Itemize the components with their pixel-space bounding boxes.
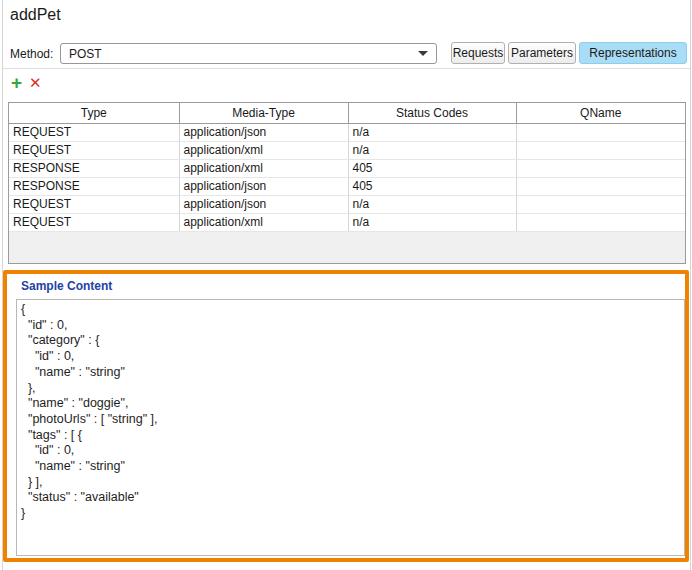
cell-media-type: application/json: [179, 177, 348, 195]
view-tabs: Requests Parameters Representations: [451, 42, 687, 64]
cell-type: RESPONSE: [9, 177, 179, 195]
sample-content-editor[interactable]: { "id" : 0, "category" : { "id" : 0, "na…: [16, 299, 685, 556]
page-title: addPet: [10, 6, 61, 24]
cell-media-type: application/xml: [179, 141, 348, 159]
tab-requests[interactable]: Requests: [451, 42, 505, 64]
tab-parameters[interactable]: Parameters: [508, 42, 576, 64]
cell-qname: [516, 213, 685, 231]
cell-qname: [516, 123, 685, 141]
cell-status-codes: n/a: [348, 123, 516, 141]
sample-content-json: { "id" : 0, "category" : { "id" : 0, "na…: [17, 300, 684, 524]
header-separator: [2, 68, 690, 69]
cell-type: REQUEST: [9, 213, 179, 231]
cell-type: REQUEST: [9, 141, 179, 159]
cell-type: REQUEST: [9, 123, 179, 141]
method-dropdown-value: POST: [61, 47, 418, 61]
cell-qname: [516, 141, 685, 159]
cell-qname: [516, 177, 685, 195]
cell-status-codes: n/a: [348, 213, 516, 231]
table-row[interactable]: REQUEST application/xml n/a: [9, 213, 685, 231]
representations-table: Type Media-Type Status Codes QName REQUE…: [8, 102, 686, 264]
cell-type: RESPONSE: [9, 159, 179, 177]
table-row[interactable]: RESPONSE application/xml 405: [9, 159, 685, 177]
cell-media-type: application/json: [179, 195, 348, 213]
table-header-row: Type Media-Type Status Codes QName: [9, 103, 685, 123]
cell-status-codes: 405: [348, 159, 516, 177]
method-label: Method:: [10, 47, 53, 61]
column-header-status-codes[interactable]: Status Codes: [348, 103, 516, 123]
representations-toolbar: + ✕: [11, 73, 42, 93]
column-header-qname[interactable]: QName: [516, 103, 685, 123]
cell-qname: [516, 195, 685, 213]
cell-type: REQUEST: [9, 195, 179, 213]
sample-content-title: Sample Content: [21, 279, 112, 293]
cell-media-type: application/xml: [179, 159, 348, 177]
column-header-media-type[interactable]: Media-Type: [179, 103, 348, 123]
sample-content-panel: Sample Content { "id" : 0, "category" : …: [3, 270, 689, 562]
cell-status-codes: n/a: [348, 141, 516, 159]
table-row[interactable]: REQUEST application/json n/a: [9, 195, 685, 213]
cell-media-type: application/xml: [179, 213, 348, 231]
chevron-down-icon: [418, 51, 428, 56]
window-border-right: [690, 0, 691, 570]
cell-status-codes: 405: [348, 177, 516, 195]
column-header-type[interactable]: Type: [9, 103, 179, 123]
method-dropdown[interactable]: POST: [60, 43, 437, 64]
cell-status-codes: n/a: [348, 195, 516, 213]
tab-representations[interactable]: Representations: [579, 42, 687, 64]
table-row[interactable]: RESPONSE application/json 405: [9, 177, 685, 195]
table-row[interactable]: REQUEST application/xml n/a: [9, 141, 685, 159]
table-row[interactable]: REQUEST application/json n/a: [9, 123, 685, 141]
cell-media-type: application/json: [179, 123, 348, 141]
cell-qname: [516, 159, 685, 177]
addpet-representations-view: addPet Method: POST Requests Parameters …: [0, 0, 692, 570]
delete-representation-icon[interactable]: ✕: [29, 73, 42, 93]
add-representation-icon[interactable]: +: [11, 73, 22, 93]
